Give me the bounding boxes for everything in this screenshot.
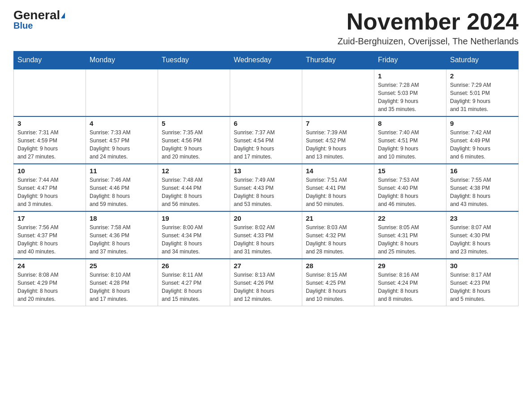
column-header-tuesday: Tuesday	[158, 51, 230, 69]
day-number: 28	[306, 262, 370, 270]
day-number: 5	[162, 120, 226, 127]
day-cell: 4Sunrise: 7:33 AMSunset: 4:57 PMDaylight…	[86, 116, 158, 164]
day-number: 22	[378, 214, 442, 222]
column-header-sunday: Sunday	[14, 51, 86, 69]
day-number: 7	[306, 120, 370, 127]
day-number: 30	[450, 262, 515, 270]
day-cell: 16Sunrise: 7:55 AMSunset: 4:38 PMDayligh…	[446, 164, 519, 211]
day-cell: 2Sunrise: 7:29 AMSunset: 5:01 PMDaylight…	[446, 69, 519, 116]
column-header-thursday: Thursday	[302, 51, 374, 69]
day-number: 14	[306, 167, 370, 175]
day-info: Sunrise: 7:40 AMSunset: 4:51 PMDaylight:…	[378, 128, 442, 161]
day-cell: 17Sunrise: 7:56 AMSunset: 4:37 PMDayligh…	[14, 211, 86, 259]
day-cell: 9Sunrise: 7:42 AMSunset: 4:49 PMDaylight…	[446, 116, 519, 164]
day-info: Sunrise: 8:16 AMSunset: 4:24 PMDaylight:…	[378, 271, 442, 303]
day-info: Sunrise: 7:49 AMSunset: 4:43 PMDaylight:…	[234, 176, 298, 208]
day-info: Sunrise: 8:17 AMSunset: 4:23 PMDaylight:…	[450, 271, 515, 303]
day-number: 10	[17, 167, 82, 175]
week-row-5: 24Sunrise: 8:08 AMSunset: 4:29 PMDayligh…	[14, 259, 519, 306]
day-number: 4	[90, 120, 154, 127]
month-title: November 2024	[338, 9, 519, 34]
day-cell: 10Sunrise: 7:44 AMSunset: 4:47 PMDayligh…	[14, 164, 86, 211]
day-info: Sunrise: 7:37 AMSunset: 4:54 PMDaylight:…	[234, 128, 298, 161]
day-number: 11	[90, 167, 154, 175]
column-header-saturday: Saturday	[446, 51, 519, 69]
week-row-4: 17Sunrise: 7:56 AMSunset: 4:37 PMDayligh…	[14, 211, 519, 259]
day-number: 6	[234, 120, 298, 127]
day-info: Sunrise: 8:15 AMSunset: 4:25 PMDaylight:…	[306, 271, 370, 303]
day-info: Sunrise: 7:44 AMSunset: 4:47 PMDaylight:…	[17, 176, 82, 208]
day-info: Sunrise: 8:11 AMSunset: 4:27 PMDaylight:…	[162, 271, 226, 303]
column-header-wednesday: Wednesday	[230, 51, 302, 69]
day-info: Sunrise: 8:07 AMSunset: 4:30 PMDaylight:…	[450, 223, 515, 256]
day-number: 15	[378, 167, 442, 175]
day-info: Sunrise: 8:00 AMSunset: 4:34 PMDaylight:…	[162, 223, 226, 256]
day-info: Sunrise: 8:10 AMSunset: 4:28 PMDaylight:…	[90, 271, 154, 303]
location-title: Zuid-Berghuizen, Overijssel, The Netherl…	[338, 36, 519, 47]
page-header: General Blue November 2024 Zuid-Berghuiz…	[13, 9, 519, 47]
day-cell: 3Sunrise: 7:31 AMSunset: 4:59 PMDaylight…	[14, 116, 86, 164]
day-info: Sunrise: 7:39 AMSunset: 4:52 PMDaylight:…	[306, 128, 370, 161]
day-info: Sunrise: 7:51 AMSunset: 4:41 PMDaylight:…	[306, 176, 370, 208]
day-number: 20	[234, 214, 298, 222]
day-number: 8	[378, 120, 442, 127]
day-number: 19	[162, 214, 226, 222]
week-row-2: 3Sunrise: 7:31 AMSunset: 4:59 PMDaylight…	[14, 116, 519, 164]
day-info: Sunrise: 7:33 AMSunset: 4:57 PMDaylight:…	[90, 128, 154, 161]
day-number: 12	[162, 167, 226, 175]
calendar-title-area: November 2024 Zuid-Berghuizen, Overijsse…	[338, 9, 519, 47]
day-cell: 13Sunrise: 7:49 AMSunset: 4:43 PMDayligh…	[230, 164, 302, 211]
day-cell	[14, 69, 86, 116]
day-number: 3	[17, 120, 82, 127]
week-row-1: 1Sunrise: 7:28 AMSunset: 5:03 PMDaylight…	[14, 69, 519, 116]
day-cell: 27Sunrise: 8:13 AMSunset: 4:26 PMDayligh…	[230, 259, 302, 306]
day-number: 9	[450, 120, 515, 127]
day-cell: 29Sunrise: 8:16 AMSunset: 4:24 PMDayligh…	[374, 259, 446, 306]
day-number: 2	[450, 72, 515, 80]
day-cell	[302, 69, 374, 116]
day-info: Sunrise: 8:03 AMSunset: 4:32 PMDaylight:…	[306, 223, 370, 256]
day-info: Sunrise: 8:08 AMSunset: 4:29 PMDaylight:…	[17, 271, 82, 303]
week-row-3: 10Sunrise: 7:44 AMSunset: 4:47 PMDayligh…	[14, 164, 519, 211]
logo: General Blue	[13, 9, 65, 31]
logo-text: General	[13, 9, 65, 21]
day-info: Sunrise: 8:13 AMSunset: 4:26 PMDaylight:…	[234, 271, 298, 303]
column-header-friday: Friday	[374, 51, 446, 69]
day-cell	[230, 69, 302, 116]
day-number: 17	[17, 214, 82, 222]
day-info: Sunrise: 7:42 AMSunset: 4:49 PMDaylight:…	[450, 128, 515, 161]
day-cell: 12Sunrise: 7:48 AMSunset: 4:44 PMDayligh…	[158, 164, 230, 211]
day-cell: 19Sunrise: 8:00 AMSunset: 4:34 PMDayligh…	[158, 211, 230, 259]
day-info: Sunrise: 7:31 AMSunset: 4:59 PMDaylight:…	[17, 128, 82, 161]
day-info: Sunrise: 7:35 AMSunset: 4:56 PMDaylight:…	[162, 128, 226, 161]
day-cell: 11Sunrise: 7:46 AMSunset: 4:46 PMDayligh…	[86, 164, 158, 211]
day-info: Sunrise: 7:58 AMSunset: 4:36 PMDaylight:…	[90, 223, 154, 256]
day-cell: 15Sunrise: 7:53 AMSunset: 4:40 PMDayligh…	[374, 164, 446, 211]
day-cell: 1Sunrise: 7:28 AMSunset: 5:03 PMDaylight…	[374, 69, 446, 116]
day-number: 16	[450, 167, 515, 175]
day-cell: 25Sunrise: 8:10 AMSunset: 4:28 PMDayligh…	[86, 259, 158, 306]
day-cell: 23Sunrise: 8:07 AMSunset: 4:30 PMDayligh…	[446, 211, 519, 259]
day-number: 21	[306, 214, 370, 222]
day-cell: 14Sunrise: 7:51 AMSunset: 4:41 PMDayligh…	[302, 164, 374, 211]
day-cell: 24Sunrise: 8:08 AMSunset: 4:29 PMDayligh…	[14, 259, 86, 306]
day-cell: 18Sunrise: 7:58 AMSunset: 4:36 PMDayligh…	[86, 211, 158, 259]
day-cell: 20Sunrise: 8:02 AMSunset: 4:33 PMDayligh…	[230, 211, 302, 259]
day-number: 23	[450, 214, 515, 222]
day-info: Sunrise: 7:55 AMSunset: 4:38 PMDaylight:…	[450, 176, 515, 208]
day-cell: 6Sunrise: 7:37 AMSunset: 4:54 PMDaylight…	[230, 116, 302, 164]
day-number: 29	[378, 262, 442, 270]
calendar-table: SundayMondayTuesdayWednesdayThursdayFrid…	[13, 51, 519, 306]
day-number: 27	[234, 262, 298, 270]
day-cell: 30Sunrise: 8:17 AMSunset: 4:23 PMDayligh…	[446, 259, 519, 306]
day-number: 1	[378, 72, 442, 80]
day-cell: 8Sunrise: 7:40 AMSunset: 4:51 PMDaylight…	[374, 116, 446, 164]
day-number: 24	[17, 262, 82, 270]
logo-blue: Blue	[13, 21, 33, 31]
day-number: 26	[162, 262, 226, 270]
day-cell	[158, 69, 230, 116]
day-number: 18	[90, 214, 154, 222]
day-cell: 5Sunrise: 7:35 AMSunset: 4:56 PMDaylight…	[158, 116, 230, 164]
day-cell	[86, 69, 158, 116]
day-number: 13	[234, 167, 298, 175]
